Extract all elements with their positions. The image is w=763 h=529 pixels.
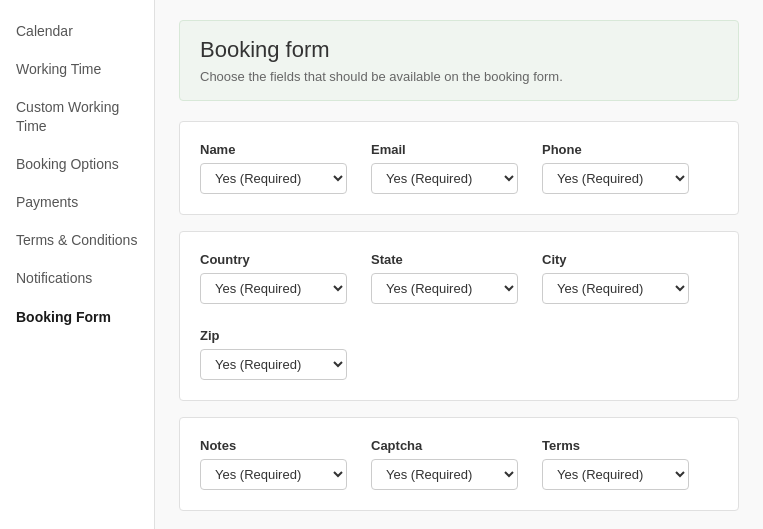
field-label-notes: Notes bbox=[200, 438, 347, 453]
field-label-city: City bbox=[542, 252, 689, 267]
field-select-country[interactable]: Yes (Required)Yes (Optional)No bbox=[200, 273, 347, 304]
form-section-extra-fields: NotesYes (Required)Yes (Optional)NoCaptc… bbox=[179, 417, 739, 511]
field-group-email: EmailYes (Required)Yes (Optional)No bbox=[371, 142, 518, 194]
field-select-zip[interactable]: Yes (Required)Yes (Optional)No bbox=[200, 349, 347, 380]
field-label-terms: Terms bbox=[542, 438, 689, 453]
form-sections: NameYes (Required)Yes (Optional)NoEmailY… bbox=[179, 121, 739, 511]
field-label-email: Email bbox=[371, 142, 518, 157]
form-section-basic-fields: NameYes (Required)Yes (Optional)NoEmailY… bbox=[179, 121, 739, 215]
sidebar-item-notifications[interactable]: Notifications bbox=[0, 259, 154, 297]
field-row: NotesYes (Required)Yes (Optional)NoCaptc… bbox=[200, 438, 718, 490]
field-group-country: CountryYes (Required)Yes (Optional)No bbox=[200, 252, 347, 304]
field-group-notes: NotesYes (Required)Yes (Optional)No bbox=[200, 438, 347, 490]
field-select-captcha[interactable]: Yes (Required)Yes (Optional)No bbox=[371, 459, 518, 490]
field-group-zip: ZipYes (Required)Yes (Optional)No bbox=[200, 328, 347, 380]
field-select-notes[interactable]: Yes (Required)Yes (Optional)No bbox=[200, 459, 347, 490]
field-group-phone: PhoneYes (Required)Yes (Optional)No bbox=[542, 142, 689, 194]
page-subtitle: Choose the fields that should be availab… bbox=[200, 69, 718, 84]
field-select-email[interactable]: Yes (Required)Yes (Optional)No bbox=[371, 163, 518, 194]
field-row: NameYes (Required)Yes (Optional)NoEmailY… bbox=[200, 142, 718, 194]
field-group-captcha: CaptchaYes (Required)Yes (Optional)No bbox=[371, 438, 518, 490]
field-select-name[interactable]: Yes (Required)Yes (Optional)No bbox=[200, 163, 347, 194]
field-label-zip: Zip bbox=[200, 328, 347, 343]
sidebar-item-booking-form[interactable]: Booking Form bbox=[0, 298, 154, 336]
field-label-captcha: Captcha bbox=[371, 438, 518, 453]
sidebar-item-booking-options[interactable]: Booking Options bbox=[0, 145, 154, 183]
sidebar-item-terms-conditions[interactable]: Terms & Conditions bbox=[0, 221, 154, 259]
sidebar-item-custom-working-time[interactable]: Custom Working Time bbox=[0, 88, 154, 144]
field-select-city[interactable]: Yes (Required)Yes (Optional)No bbox=[542, 273, 689, 304]
main-content: Booking form Choose the fields that shou… bbox=[155, 0, 763, 529]
sidebar-item-working-time[interactable]: Working Time bbox=[0, 50, 154, 88]
field-label-state: State bbox=[371, 252, 518, 267]
field-select-state[interactable]: Yes (Required)Yes (Optional)No bbox=[371, 273, 518, 304]
field-label-phone: Phone bbox=[542, 142, 689, 157]
field-select-phone[interactable]: Yes (Required)Yes (Optional)No bbox=[542, 163, 689, 194]
field-label-country: Country bbox=[200, 252, 347, 267]
field-label-name: Name bbox=[200, 142, 347, 157]
sidebar-item-calendar[interactable]: Calendar bbox=[0, 12, 154, 50]
field-group-terms: TermsYes (Required)Yes (Optional)No bbox=[542, 438, 689, 490]
page-title: Booking form bbox=[200, 37, 718, 63]
field-group-state: StateYes (Required)Yes (Optional)No bbox=[371, 252, 518, 304]
page-header: Booking form Choose the fields that shou… bbox=[179, 20, 739, 101]
field-select-terms[interactable]: Yes (Required)Yes (Optional)No bbox=[542, 459, 689, 490]
form-section-address-fields: CountryYes (Required)Yes (Optional)NoSta… bbox=[179, 231, 739, 401]
field-group-name: NameYes (Required)Yes (Optional)No bbox=[200, 142, 347, 194]
sidebar: CalendarWorking TimeCustom Working TimeB… bbox=[0, 0, 155, 529]
sidebar-item-payments[interactable]: Payments bbox=[0, 183, 154, 221]
field-group-city: CityYes (Required)Yes (Optional)No bbox=[542, 252, 689, 304]
field-row: CountryYes (Required)Yes (Optional)NoSta… bbox=[200, 252, 718, 380]
